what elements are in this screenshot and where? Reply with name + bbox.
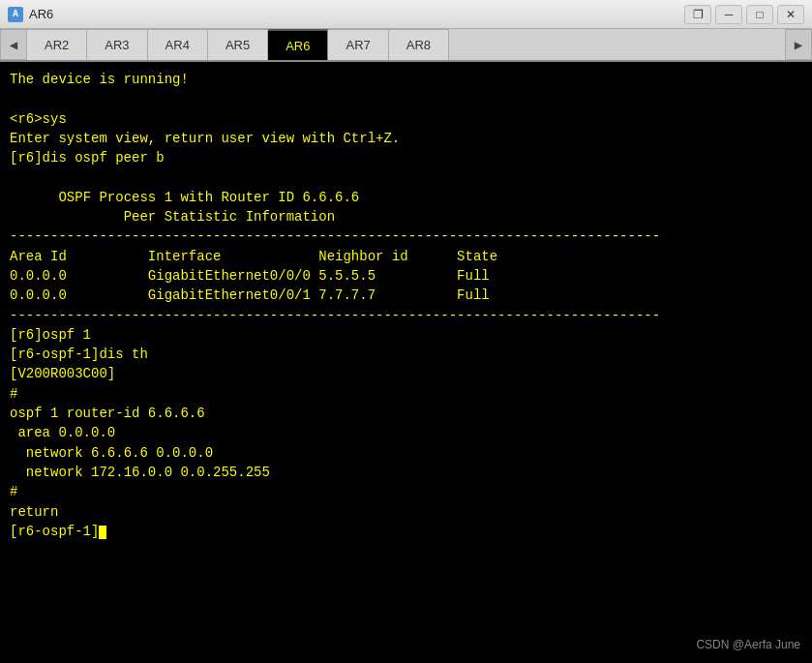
tab-ar7[interactable]: AR7	[328, 29, 388, 60]
terminal-cursor	[99, 526, 106, 539]
title-bar: A AR6 ❐ ─ □ ✕	[0, 0, 812, 29]
maximize-button[interactable]: □	[746, 5, 773, 24]
tab-bar: ◀ AR2AR3AR4AR5AR6AR7AR8 ▶	[0, 29, 812, 62]
window-controls: ❐ ─ □ ✕	[684, 5, 804, 24]
terminal-area[interactable]: The device is running! <r6>sys Enter sys…	[0, 62, 812, 663]
watermark: CSDN @Aerfa June	[696, 637, 800, 653]
tab-ar8[interactable]: AR8	[389, 29, 449, 60]
app-icon: A	[8, 7, 23, 22]
tab-nav-left[interactable]: ◀	[0, 29, 27, 60]
tab-ar6[interactable]: AR6	[268, 29, 328, 60]
restore-button[interactable]: ❐	[684, 5, 711, 24]
tab-ar4[interactable]: AR4	[148, 29, 208, 60]
app-icon-label: A	[13, 9, 18, 19]
minimize-button[interactable]: ─	[715, 5, 742, 24]
window-title: AR6	[29, 7, 53, 21]
tabs-container: AR2AR3AR4AR5AR6AR7AR8	[27, 29, 785, 60]
tab-ar2[interactable]: AR2	[27, 29, 87, 60]
tab-ar3[interactable]: AR3	[87, 29, 147, 60]
close-button[interactable]: ✕	[777, 5, 804, 24]
tab-ar5[interactable]: AR5	[208, 29, 268, 60]
terminal-output: The device is running! <r6>sys Enter sys…	[10, 70, 802, 541]
tab-nav-right[interactable]: ▶	[785, 29, 812, 60]
title-bar-left: A AR6	[8, 7, 53, 22]
